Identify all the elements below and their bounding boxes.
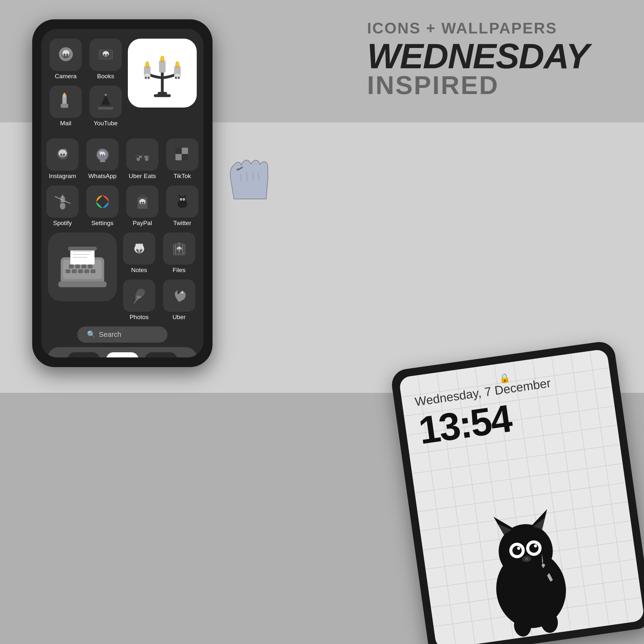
svg-text:a+: a+ — [136, 294, 141, 299]
svg-rect-51 — [101, 156, 104, 156]
dock-item-2[interactable] — [106, 352, 138, 357]
app-files[interactable]: Files — [161, 232, 197, 274]
svg-rect-100 — [58, 281, 107, 287]
svg-rect-18 — [98, 107, 113, 109]
svg-point-28 — [146, 62, 148, 67]
app-camera[interactable]: Camera — [48, 39, 83, 80]
search-icon: 🔍 — [87, 330, 96, 339]
svg-marker-79 — [183, 194, 186, 197]
svg-rect-57 — [139, 156, 142, 157]
uber-label: Notes — [131, 267, 147, 274]
svg-rect-92 — [72, 270, 77, 273]
svg-rect-43 — [61, 156, 64, 156]
dock-item-1[interactable] — [68, 352, 100, 357]
svg-rect-59 — [145, 156, 147, 157]
camera-icon — [50, 39, 82, 71]
svg-rect-58 — [142, 156, 145, 157]
app-settings[interactable]: Settings — [85, 185, 120, 227]
svg-rect-90 — [68, 247, 97, 251]
app-uber[interactable]: Notes — [121, 232, 157, 274]
whatsapp-label: WhatsApp — [88, 173, 117, 180]
svg-point-82 — [180, 199, 181, 200]
app-paypal[interactable]: PayPal — [125, 185, 160, 227]
twitter-icon — [166, 185, 198, 218]
svg-point-73 — [140, 202, 142, 204]
app-youtube[interactable]: YouTube — [88, 86, 123, 127]
svg-rect-8 — [61, 103, 68, 108]
svg-rect-61 — [182, 147, 188, 154]
svg-rect-63 — [182, 154, 188, 160]
app-uber-eats[interactable]: Uber Eats — [125, 138, 160, 180]
svg-rect-96 — [69, 265, 74, 269]
typewriter-icon — [48, 232, 117, 301]
app-photos[interactable]: Uber — [161, 279, 197, 321]
app-twitter[interactable]: Twitter — [165, 185, 200, 227]
photos-label: Uber — [172, 314, 185, 321]
app-mail[interactable]: Mail — [48, 86, 83, 127]
svg-rect-98 — [81, 265, 86, 269]
search-bar[interactable]: 🔍 Search — [77, 327, 167, 343]
settings-icon — [86, 185, 118, 218]
app-tiktok[interactable]: TikTok — [165, 138, 200, 180]
app-grid: Instagram — [48, 138, 197, 227]
svg-point-33 — [144, 73, 150, 79]
svg-marker-78 — [178, 194, 182, 197]
svg-point-49 — [101, 154, 102, 156]
tablet: 🔒 Wednesday, 7 December 13:54 — [390, 340, 644, 644]
svg-rect-56 — [136, 156, 139, 157]
app-whatsapp[interactable]: WhatsApp — [85, 138, 120, 180]
svg-rect-23 — [161, 71, 164, 94]
svg-rect-116 — [178, 242, 181, 244]
svg-rect-62 — [175, 154, 182, 160]
svg-point-42 — [63, 153, 65, 156]
app-instagram[interactable]: Instagram — [45, 138, 80, 180]
paypal-icon — [126, 185, 158, 218]
app-typewriter[interactable] — [48, 232, 117, 321]
svg-rect-91 — [66, 270, 71, 273]
svg-rect-52 — [99, 160, 105, 162]
svg-point-120 — [181, 291, 182, 292]
svg-point-55 — [145, 157, 148, 161]
svg-point-54 — [137, 157, 140, 161]
svg-point-38 — [178, 77, 180, 79]
notes-icon: a+ — [123, 279, 155, 312]
svg-point-114 — [177, 249, 179, 251]
notes-label: Photos — [129, 314, 148, 321]
app-spotify[interactable]: Spotify — [45, 185, 80, 227]
svg-rect-97 — [75, 265, 80, 269]
svg-point-30 — [176, 62, 178, 67]
instagram-icon — [46, 138, 79, 171]
tablet-screen: 🔒 Wednesday, 7 December 13:54 — [399, 349, 644, 644]
app-candelabra[interactable] — [128, 39, 197, 133]
app-books[interactable]: Books — [88, 39, 123, 80]
hand-element — [213, 142, 277, 206]
cat-figure — [455, 473, 604, 644]
svg-point-113 — [176, 247, 181, 251]
svg-point-72 — [139, 199, 146, 204]
mail-icon — [50, 86, 82, 118]
dock — [48, 347, 197, 357]
app-notes[interactable]: a+ Photos — [121, 279, 157, 321]
uber-icon — [123, 232, 155, 265]
svg-point-20 — [105, 94, 107, 96]
spotify-label: Spotify — [53, 220, 72, 227]
svg-point-4 — [63, 53, 65, 56]
main-title: WEDNESDAY — [367, 38, 618, 74]
svg-point-83 — [183, 199, 184, 200]
svg-point-74 — [143, 202, 144, 204]
svg-rect-60 — [175, 147, 182, 154]
dock-item-3[interactable] — [145, 352, 177, 357]
subtitle: ICONS + WALLPAPERS — [367, 19, 618, 37]
svg-point-5 — [66, 53, 68, 56]
svg-point-77 — [179, 196, 186, 203]
bottom-row: Notes — [48, 232, 197, 321]
svg-point-107 — [136, 243, 142, 250]
phone-screen: Camera Mail — [41, 29, 204, 357]
svg-rect-95 — [91, 270, 96, 273]
top-left-pair: Camera Mail — [48, 39, 83, 127]
tiktok-icon — [166, 138, 198, 171]
uber-eats-icon — [126, 138, 158, 171]
svg-rect-16 — [104, 55, 108, 56]
svg-point-41 — [60, 153, 62, 156]
youtube-icon — [90, 86, 122, 118]
